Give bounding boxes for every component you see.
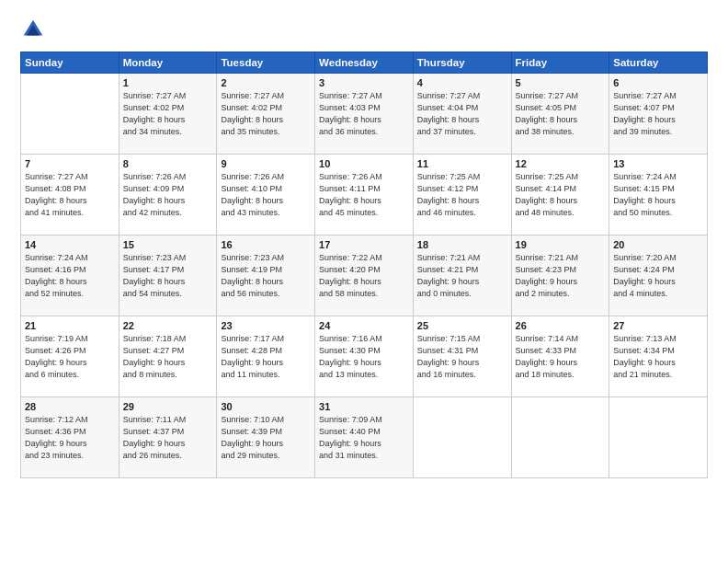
day-number: 15 <box>123 239 213 250</box>
calendar-cell: 7Sunrise: 7:27 AMSunset: 4:08 PMDaylight… <box>21 155 119 236</box>
day-number: 6 <box>613 77 703 88</box>
calendar-cell: 20Sunrise: 7:20 AMSunset: 4:24 PMDayligh… <box>609 236 708 316</box>
day-info: Sunrise: 7:18 AMSunset: 4:27 PMDaylight:… <box>123 333 213 381</box>
calendar-cell: 18Sunrise: 7:21 AMSunset: 4:21 PMDayligh… <box>413 236 511 316</box>
calendar-cell: 6Sunrise: 7:27 AMSunset: 4:07 PMDaylight… <box>609 74 708 155</box>
week-row-4: 21Sunrise: 7:19 AMSunset: 4:26 PMDayligh… <box>21 316 708 397</box>
weekday-header-row: SundayMondayTuesdayWednesdayThursdayFrid… <box>21 52 708 74</box>
day-info: Sunrise: 7:23 AMSunset: 4:19 PMDaylight:… <box>221 252 311 300</box>
calendar-cell: 19Sunrise: 7:21 AMSunset: 4:23 PMDayligh… <box>511 236 609 316</box>
day-number: 3 <box>319 77 409 88</box>
calendar-cell: 12Sunrise: 7:25 AMSunset: 4:14 PMDayligh… <box>511 155 609 236</box>
weekday-header-saturday: Saturday <box>609 52 708 74</box>
day-number: 5 <box>516 77 606 88</box>
calendar-cell: 14Sunrise: 7:24 AMSunset: 4:16 PMDayligh… <box>21 236 119 316</box>
day-number: 25 <box>417 320 507 331</box>
day-number: 26 <box>516 320 606 331</box>
calendar-cell: 3Sunrise: 7:27 AMSunset: 4:03 PMDaylight… <box>315 74 414 155</box>
day-info: Sunrise: 7:20 AMSunset: 4:24 PMDaylight:… <box>613 252 703 300</box>
day-number: 19 <box>516 239 606 250</box>
day-number: 1 <box>123 77 213 88</box>
calendar-cell: 11Sunrise: 7:25 AMSunset: 4:12 PMDayligh… <box>413 155 511 236</box>
calendar-cell: 28Sunrise: 7:12 AMSunset: 4:36 PMDayligh… <box>21 397 119 478</box>
day-info: Sunrise: 7:13 AMSunset: 4:34 PMDaylight:… <box>613 333 703 381</box>
day-number: 16 <box>221 239 311 250</box>
day-number: 9 <box>221 158 311 169</box>
day-number: 31 <box>319 401 409 412</box>
calendar-cell: 21Sunrise: 7:19 AMSunset: 4:26 PMDayligh… <box>21 316 119 397</box>
calendar-cell <box>511 397 609 478</box>
day-number: 14 <box>25 239 115 250</box>
day-number: 10 <box>319 158 409 169</box>
day-number: 4 <box>417 77 507 88</box>
calendar-cell: 2Sunrise: 7:27 AMSunset: 4:02 PMDaylight… <box>217 74 315 155</box>
day-number: 24 <box>319 320 409 331</box>
week-row-5: 28Sunrise: 7:12 AMSunset: 4:36 PMDayligh… <box>21 397 708 478</box>
calendar-cell: 22Sunrise: 7:18 AMSunset: 4:27 PMDayligh… <box>119 316 217 397</box>
day-number: 30 <box>221 401 311 412</box>
day-info: Sunrise: 7:12 AMSunset: 4:36 PMDaylight:… <box>25 414 115 462</box>
day-info: Sunrise: 7:23 AMSunset: 4:17 PMDaylight:… <box>123 252 213 300</box>
day-info: Sunrise: 7:17 AMSunset: 4:28 PMDaylight:… <box>221 333 311 381</box>
weekday-header-tuesday: Tuesday <box>217 52 315 74</box>
day-number: 2 <box>221 77 311 88</box>
day-info: Sunrise: 7:24 AMSunset: 4:16 PMDaylight:… <box>25 252 115 300</box>
day-info: Sunrise: 7:27 AMSunset: 4:08 PMDaylight:… <box>25 171 115 219</box>
day-info: Sunrise: 7:16 AMSunset: 4:30 PMDaylight:… <box>319 333 409 381</box>
day-info: Sunrise: 7:21 AMSunset: 4:21 PMDaylight:… <box>417 252 507 300</box>
day-number: 18 <box>417 239 507 250</box>
day-info: Sunrise: 7:25 AMSunset: 4:12 PMDaylight:… <box>417 171 507 219</box>
day-info: Sunrise: 7:27 AMSunset: 4:02 PMDaylight:… <box>221 90 311 138</box>
day-info: Sunrise: 7:25 AMSunset: 4:14 PMDaylight:… <box>516 171 606 219</box>
weekday-header-sunday: Sunday <box>21 52 119 74</box>
calendar-cell: 27Sunrise: 7:13 AMSunset: 4:34 PMDayligh… <box>609 316 708 397</box>
day-number: 21 <box>25 320 115 331</box>
calendar-cell: 4Sunrise: 7:27 AMSunset: 4:04 PMDaylight… <box>413 74 511 155</box>
day-number: 22 <box>123 320 213 331</box>
calendar-cell: 26Sunrise: 7:14 AMSunset: 4:33 PMDayligh… <box>511 316 609 397</box>
calendar-cell: 10Sunrise: 7:26 AMSunset: 4:11 PMDayligh… <box>315 155 414 236</box>
day-number: 23 <box>221 320 311 331</box>
calendar-cell: 25Sunrise: 7:15 AMSunset: 4:31 PMDayligh… <box>413 316 511 397</box>
day-info: Sunrise: 7:27 AMSunset: 4:05 PMDaylight:… <box>516 90 606 138</box>
day-info: Sunrise: 7:26 AMSunset: 4:11 PMDaylight:… <box>319 171 409 219</box>
logo <box>20 17 50 42</box>
weekday-header-wednesday: Wednesday <box>315 52 414 74</box>
calendar-cell: 24Sunrise: 7:16 AMSunset: 4:30 PMDayligh… <box>315 316 414 397</box>
day-info: Sunrise: 7:24 AMSunset: 4:15 PMDaylight:… <box>613 171 703 219</box>
day-number: 11 <box>417 158 507 169</box>
day-info: Sunrise: 7:27 AMSunset: 4:03 PMDaylight:… <box>319 90 409 138</box>
calendar-table: SundayMondayTuesdayWednesdayThursdayFrid… <box>20 52 708 478</box>
calendar-cell: 1Sunrise: 7:27 AMSunset: 4:02 PMDaylight… <box>119 74 217 155</box>
calendar-cell: 17Sunrise: 7:22 AMSunset: 4:20 PMDayligh… <box>315 236 414 316</box>
day-number: 13 <box>613 158 703 169</box>
day-number: 7 <box>25 158 115 169</box>
weekday-header-monday: Monday <box>119 52 217 74</box>
header <box>20 17 708 42</box>
calendar-cell: 13Sunrise: 7:24 AMSunset: 4:15 PMDayligh… <box>609 155 708 236</box>
calendar-cell: 8Sunrise: 7:26 AMSunset: 4:09 PMDaylight… <box>119 155 217 236</box>
calendar-cell: 29Sunrise: 7:11 AMSunset: 4:37 PMDayligh… <box>119 397 217 478</box>
day-number: 28 <box>25 401 115 412</box>
calendar-cell: 5Sunrise: 7:27 AMSunset: 4:05 PMDaylight… <box>511 74 609 155</box>
day-info: Sunrise: 7:15 AMSunset: 4:31 PMDaylight:… <box>417 333 507 381</box>
calendar-cell <box>21 74 119 155</box>
day-info: Sunrise: 7:09 AMSunset: 4:40 PMDaylight:… <box>319 414 409 462</box>
day-info: Sunrise: 7:27 AMSunset: 4:02 PMDaylight:… <box>123 90 213 138</box>
calendar-cell: 23Sunrise: 7:17 AMSunset: 4:28 PMDayligh… <box>217 316 315 397</box>
week-row-3: 14Sunrise: 7:24 AMSunset: 4:16 PMDayligh… <box>21 236 708 316</box>
week-row-2: 7Sunrise: 7:27 AMSunset: 4:08 PMDaylight… <box>21 155 708 236</box>
page: SundayMondayTuesdayWednesdayThursdayFrid… <box>0 0 728 563</box>
day-info: Sunrise: 7:14 AMSunset: 4:33 PMDaylight:… <box>516 333 606 381</box>
day-number: 20 <box>613 239 703 250</box>
day-info: Sunrise: 7:19 AMSunset: 4:26 PMDaylight:… <box>25 333 115 381</box>
day-info: Sunrise: 7:22 AMSunset: 4:20 PMDaylight:… <box>319 252 409 300</box>
calendar-cell <box>609 397 708 478</box>
calendar-cell <box>413 397 511 478</box>
weekday-header-thursday: Thursday <box>413 52 511 74</box>
day-number: 8 <box>123 158 213 169</box>
calendar-cell: 31Sunrise: 7:09 AMSunset: 4:40 PMDayligh… <box>315 397 414 478</box>
day-info: Sunrise: 7:26 AMSunset: 4:09 PMDaylight:… <box>123 171 213 219</box>
day-info: Sunrise: 7:27 AMSunset: 4:07 PMDaylight:… <box>613 90 703 138</box>
day-number: 12 <box>516 158 606 169</box>
